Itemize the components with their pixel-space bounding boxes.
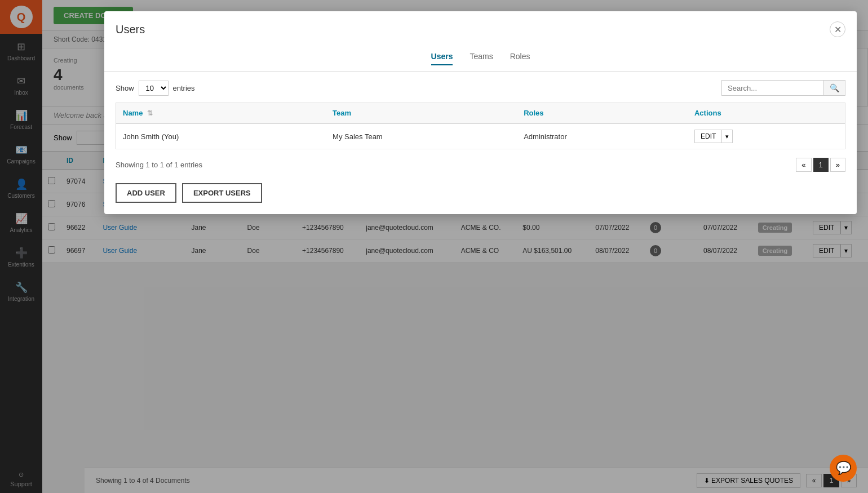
modal-footer: Showing 1 to 1 of 1 entries « 1 » xyxy=(116,158,845,172)
modal-col-team: Team xyxy=(326,103,517,124)
users-modal: Users ✕ Users Teams Roles Show 10 25 50 … xyxy=(104,11,857,214)
modal-header: Users ✕ xyxy=(104,11,857,37)
modal-entries-label: entries xyxy=(173,84,195,92)
modal-close-button[interactable]: ✕ xyxy=(830,21,845,37)
add-user-button[interactable]: ADD USER xyxy=(116,183,176,203)
user-edit-button[interactable]: EDIT xyxy=(694,130,721,143)
user-team-cell: My Sales Team xyxy=(326,123,517,149)
modal-users-table: Name ⇅ Team Roles Actions John Smith (Yo… xyxy=(116,103,845,149)
modal-show-ctrl: Show 10 25 50 entries xyxy=(116,81,195,96)
user-role-cell: Administrator xyxy=(517,123,688,149)
modal-search-input[interactable] xyxy=(722,81,823,95)
tab-teams[interactable]: Teams xyxy=(470,48,493,65)
modal-search-button[interactable]: 🔍 xyxy=(823,81,845,95)
modal-entries-select[interactable]: 10 25 50 xyxy=(139,81,169,96)
modal-page-prev-prev[interactable]: « xyxy=(796,158,811,172)
sort-name-icon: ⇅ xyxy=(147,109,153,117)
modal-show-label: Show xyxy=(116,84,134,92)
modal-col-roles: Roles xyxy=(517,103,688,124)
table-row: John Smith (You) My Sales Team Administr… xyxy=(116,123,845,149)
modal-tabs: Users Teams Roles xyxy=(104,43,857,72)
modal-pagination: « 1 » xyxy=(796,158,845,172)
modal-body: Show 10 25 50 entries 🔍 Name ⇅ Team Role… xyxy=(104,72,857,214)
export-users-button[interactable]: EXPORT USERS xyxy=(182,183,262,203)
modal-actions: ADD USER EXPORT USERS xyxy=(116,183,845,203)
modal-page-next[interactable]: » xyxy=(830,158,845,172)
edit-split-button: EDIT ▾ xyxy=(694,130,838,143)
modal-col-actions: Actions xyxy=(688,103,845,124)
user-actions-cell: EDIT ▾ xyxy=(688,123,845,149)
modal-showing-text: Showing 1 to 1 of 1 entries xyxy=(116,161,202,169)
modal-search-wrap: 🔍 xyxy=(721,80,845,96)
tab-users[interactable]: Users xyxy=(431,48,453,65)
tab-roles[interactable]: Roles xyxy=(510,48,530,65)
chat-bubble[interactable]: 💬 xyxy=(830,455,857,482)
modal-table-controls: Show 10 25 50 entries 🔍 xyxy=(116,80,845,96)
user-name-cell: John Smith (You) xyxy=(116,123,326,149)
modal-title: Users xyxy=(116,23,145,36)
modal-col-name: Name ⇅ xyxy=(116,103,326,124)
user-edit-dropdown[interactable]: ▾ xyxy=(721,130,733,143)
modal-page-1[interactable]: 1 xyxy=(813,158,829,172)
